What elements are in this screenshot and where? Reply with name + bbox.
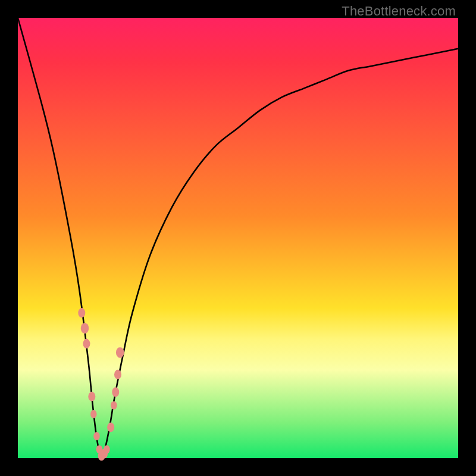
highlight-dot <box>114 369 121 379</box>
watermark-text: TheBottleneck.com <box>342 4 456 19</box>
highlight-dot <box>88 392 95 401</box>
highlight-dot <box>111 401 117 409</box>
curve-layer <box>18 18 458 458</box>
highlight-dot <box>81 323 89 334</box>
highlight-dot <box>116 347 124 358</box>
plot-area <box>18 18 458 458</box>
highlight-dot <box>90 410 97 418</box>
chart-frame: TheBottleneck.com <box>0 0 476 476</box>
highlight-dot <box>104 445 110 453</box>
highlight-dot <box>93 432 100 440</box>
highlight-dot <box>83 339 90 349</box>
bottleneck-curve <box>18 18 460 458</box>
highlight-dot <box>78 308 85 318</box>
highlight-dot <box>112 387 119 397</box>
highlight-dot <box>107 422 114 432</box>
